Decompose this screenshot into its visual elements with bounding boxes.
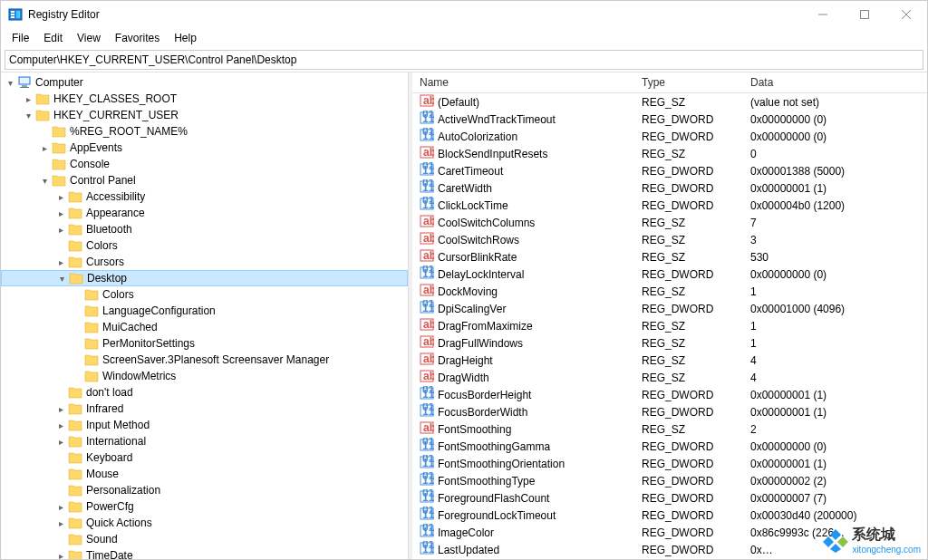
tree-item[interactable]: PerMonitorSettings	[1, 335, 408, 352]
expand-spacer	[53, 483, 68, 497]
value-row[interactable]: 011110ActiveWndTrackTimeoutREG_DWORD0x00…	[412, 111, 927, 128]
tree-item[interactable]: Colors	[1, 237, 408, 254]
chevron-right-icon[interactable]: ▸	[53, 206, 68, 220]
chevron-down-icon[interactable]: ▾	[54, 271, 69, 285]
chevron-right-icon[interactable]: ▸	[53, 401, 68, 416]
chevron-right-icon[interactable]: ▸	[53, 189, 68, 204]
address-bar[interactable]: Computer\HKEY_CURRENT_USER\Control Panel…	[5, 50, 923, 70]
menu-edit[interactable]: Edit	[36, 30, 70, 46]
close-button[interactable]	[885, 1, 927, 28]
tree-item[interactable]: Personalization	[1, 482, 408, 498]
value-row[interactable]: 011110FontSmoothingGammaREG_DWORD0x00000…	[412, 438, 927, 455]
chevron-down-icon[interactable]: ▾	[37, 173, 52, 188]
chevron-right-icon[interactable]: ▸	[53, 499, 68, 514]
tree-pane[interactable]: ▾ Computer ▸HKEY_CLASSES_ROOT▾HKEY_CURRE…	[1, 72, 409, 559]
tree-item[interactable]: ▸Bluetooth	[1, 221, 408, 237]
value-row[interactable]: 011110CaretWidthREG_DWORD0x00000001 (1)	[412, 179, 927, 197]
chevron-down-icon[interactable]: ▾	[21, 108, 35, 122]
tree-item[interactable]: ▸HKEY_CLASSES_ROOT	[1, 91, 408, 107]
binary-value-icon: 011110	[420, 266, 434, 283]
value-row[interactable]: abDragFullWindowsREG_SZ1	[412, 334, 927, 352]
tree-item[interactable]: don't load	[1, 384, 408, 401]
value-row[interactable]: 011110AutoColorizationREG_DWORD0x0000000…	[412, 128, 927, 145]
tree-item[interactable]: Sound	[1, 531, 408, 547]
value-row[interactable]: abCoolSwitchColumnsREG_SZ7	[412, 214, 927, 231]
column-header-data[interactable]: Data	[743, 72, 927, 92]
value-row[interactable]: 011110CaretTimeoutREG_DWORD0x00001388 (5…	[412, 162, 927, 179]
value-row[interactable]: abCursorBlinkRateREG_SZ530	[412, 248, 927, 266]
tree-item[interactable]: ▾Desktop	[1, 270, 408, 286]
tree-item[interactable]: ▾HKEY_CURRENT_USER	[1, 107, 408, 123]
values-pane[interactable]: Name Type Data ab(Default)REG_SZ(value n…	[412, 72, 927, 559]
tree-item[interactable]: %REG_ROOT_NAME%	[1, 123, 408, 140]
chevron-right-icon[interactable]: ▸	[53, 548, 68, 559]
value-row[interactable]: 011110FocusBorderWidthREG_DWORD0x0000000…	[412, 403, 927, 420]
column-header-name[interactable]: Name	[412, 72, 634, 92]
minimize-button[interactable]	[802, 1, 844, 28]
tree-label: AppEvents	[70, 141, 122, 154]
value-row[interactable]: abDragFromMaximizeREG_SZ1	[412, 317, 927, 334]
value-type: REG_SZ	[634, 372, 743, 384]
tree-item[interactable]: ▸Accessibility	[1, 188, 408, 205]
value-row[interactable]: 011110ForegroundFlashCountREG_DWORD0x000…	[412, 489, 927, 507]
tree-item[interactable]: ▸AppEvents	[1, 140, 408, 156]
menu-help[interactable]: Help	[167, 30, 204, 46]
value-data: 0x000004b0 (1200)	[743, 199, 927, 212]
menu-view[interactable]: View	[70, 30, 108, 46]
tree-label: International	[86, 435, 146, 448]
tree-item[interactable]: Mouse	[1, 466, 408, 482]
svg-text:110: 110	[422, 491, 434, 504]
chevron-right-icon[interactable]: ▸	[53, 418, 68, 432]
value-row[interactable]: abDockMovingREG_SZ1	[412, 283, 927, 300]
menu-file[interactable]: File	[5, 30, 36, 46]
value-row[interactable]: 011110FocusBorderHeightREG_DWORD0x000000…	[412, 386, 927, 403]
value-row[interactable]: 011110DelayLockIntervalREG_DWORD0x000000…	[412, 266, 927, 283]
value-name: CursorBlinkRate	[438, 251, 517, 264]
expand-spacer	[37, 157, 52, 171]
maximize-button[interactable]	[844, 1, 885, 28]
tree-item[interactable]: ▸Quick Actions	[1, 515, 408, 531]
tree-item[interactable]: ▸Appearance	[1, 205, 408, 221]
chevron-right-icon[interactable]: ▸	[37, 140, 52, 155]
chevron-right-icon[interactable]: ▸	[53, 255, 68, 269]
binary-value-icon: 011110	[420, 162, 434, 179]
svg-text:110: 110	[422, 302, 434, 314]
tree-item[interactable]: ScreenSaver.3Planesoft Screensaver Manag…	[1, 352, 408, 368]
value-row[interactable]: 011110DpiScalingVerREG_DWORD0x00001000 (…	[412, 300, 927, 317]
value-row[interactable]: 011110FontSmoothingOrientationREG_DWORD0…	[412, 455, 927, 472]
tree-item[interactable]: ▸TimeDate	[1, 547, 408, 559]
menu-favorites[interactable]: Favorites	[108, 30, 167, 46]
chevron-right-icon[interactable]: ▸	[53, 222, 68, 237]
tree-item[interactable]: ▸Input Method	[1, 417, 408, 433]
tree-item[interactable]: ▸Cursors	[1, 254, 408, 270]
value-row[interactable]: abCoolSwitchRowsREG_SZ3	[412, 231, 927, 248]
column-header-type[interactable]: Type	[634, 72, 743, 92]
chevron-right-icon[interactable]: ▸	[53, 434, 68, 449]
value-row[interactable]: 011110ClickLockTimeREG_DWORD0x000004b0 (…	[412, 197, 927, 214]
tree-item[interactable]: LanguageConfiguration	[1, 303, 408, 319]
tree-item[interactable]: ▸Infrared	[1, 401, 408, 417]
value-row[interactable]: abDragHeightREG_SZ4	[412, 352, 927, 369]
value-type: REG_SZ	[634, 285, 743, 298]
tree-item[interactable]: Colors	[1, 286, 408, 303]
chevron-right-icon[interactable]: ▸	[53, 516, 68, 530]
svg-text:ab: ab	[423, 232, 434, 245]
value-row[interactable]: abFontSmoothingREG_SZ2	[412, 420, 927, 438]
value-row[interactable]: 011110FontSmoothingTypeREG_DWORD0x000000…	[412, 472, 927, 489]
chevron-right-icon[interactable]: ▸	[21, 92, 35, 106]
svg-text:ab: ab	[423, 284, 434, 296]
tree-root[interactable]: ▾ Computer	[1, 74, 408, 91]
tree-item[interactable]: ▸PowerCfg	[1, 498, 408, 515]
tree-item[interactable]: Console	[1, 156, 408, 172]
value-row[interactable]: 011110ForegroundLockTimeoutREG_DWORD0x00…	[412, 507, 927, 524]
tree-item[interactable]: Keyboard	[1, 449, 408, 466]
chevron-down-icon[interactable]: ▾	[3, 75, 17, 90]
tree-item[interactable]: ▸International	[1, 433, 408, 449]
value-row[interactable]: ab(Default)REG_SZ(value not set)	[412, 93, 927, 111]
value-row[interactable]: abBlockSendInputResetsREG_SZ0	[412, 145, 927, 162]
value-data: 0x00000000 (0)	[743, 268, 927, 281]
value-row[interactable]: abDragWidthREG_SZ4	[412, 369, 927, 386]
tree-item[interactable]: ▾Control Panel	[1, 172, 408, 188]
tree-item[interactable]: WindowMetrics	[1, 368, 408, 384]
tree-item[interactable]: MuiCached	[1, 319, 408, 335]
